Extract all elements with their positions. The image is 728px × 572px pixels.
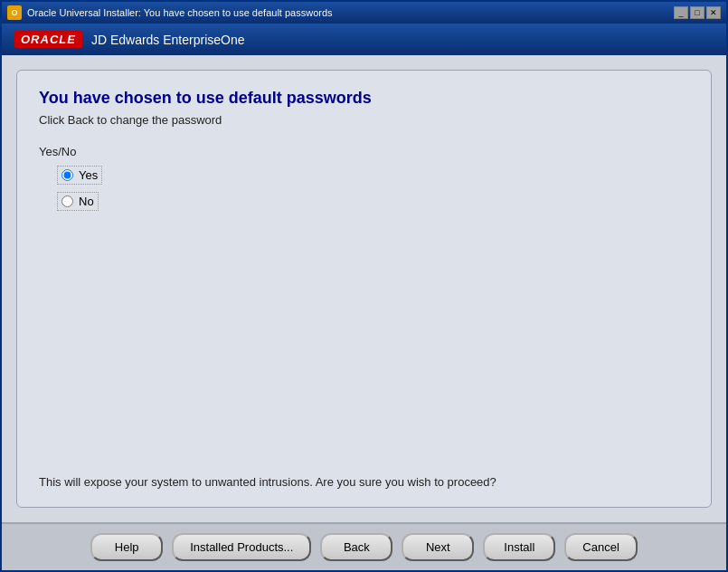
radio-group: Yes No (57, 166, 689, 211)
maximize-button[interactable]: □ (690, 6, 704, 19)
install-button[interactable]: Install (483, 533, 555, 561)
oracle-logo: ORACLE (14, 31, 82, 48)
radio-no-label: No (79, 195, 94, 208)
help-button[interactable]: Help (90, 533, 163, 561)
title-bar-left: O Oracle Universal Installer: You have c… (7, 5, 333, 20)
button-bar: Help Installed Products... Back Next Ins… (2, 522, 726, 570)
panel-title: You have chosen to use default passwords (39, 89, 689, 108)
content-panel: You have chosen to use default passwords… (16, 70, 712, 508)
radio-yes-label: Yes (79, 168, 98, 182)
title-controls[interactable]: _ □ ✕ (674, 6, 721, 19)
oracle-header: ORACLE JD Edwards EnterpriseOne (2, 24, 726, 55)
warning-text: This will expose your system to unwanted… (39, 466, 689, 489)
back-button[interactable]: Back (320, 533, 392, 561)
minimize-button[interactable]: _ (674, 6, 688, 19)
next-button[interactable]: Next (402, 533, 474, 561)
cancel-button[interactable]: Cancel (564, 533, 637, 561)
title-bar: O Oracle Universal Installer: You have c… (2, 2, 726, 24)
close-button[interactable]: ✕ (706, 6, 721, 19)
radio-yes-option[interactable]: Yes (57, 166, 102, 185)
window-title: Oracle Universal Installer: You have cho… (27, 7, 333, 18)
main-content: You have chosen to use default passwords… (2, 55, 726, 522)
main-window: O Oracle Universal Installer: You have c… (0, 0, 728, 572)
radio-yes[interactable] (61, 169, 73, 181)
window-icon: O (7, 5, 22, 20)
installed-products-button[interactable]: Installed Products... (172, 533, 311, 561)
yes-no-label: Yes/No (39, 145, 689, 158)
radio-no[interactable] (61, 195, 73, 207)
radio-no-option[interactable]: No (57, 192, 99, 211)
panel-subtitle: Click Back to change the password (39, 113, 689, 127)
product-name: JD Edwards EnterpriseOne (91, 33, 245, 47)
